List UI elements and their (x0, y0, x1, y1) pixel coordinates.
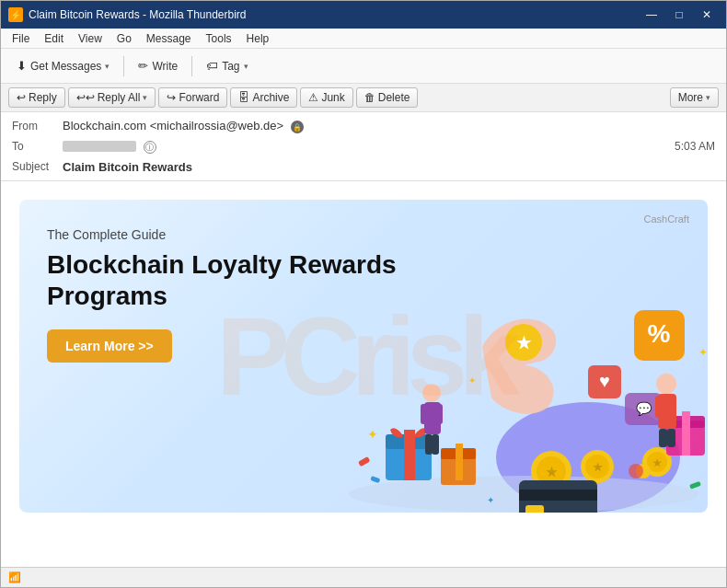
promo-title-line1: Blockchain Loyalty Rewards (47, 250, 397, 279)
to-value: ⓘ (63, 139, 675, 155)
close-button[interactable]: ✕ (695, 6, 719, 23)
promo-title: Blockchain Loyalty Rewards Programs (47, 249, 680, 311)
from-label: From (12, 120, 63, 133)
menu-message[interactable]: Message (139, 30, 199, 47)
action-bar: ↩ Reply ↩↩ Reply All ▾ ↪ Forward 🗄 Archi… (1, 84, 726, 112)
tag-button[interactable]: 🏷 Tag ▾ (198, 54, 256, 77)
menu-tools[interactable]: Tools (199, 30, 239, 47)
forward-button[interactable]: ↪ Forward (158, 87, 227, 108)
more-button[interactable]: More ▾ (670, 87, 719, 108)
to-row: To ⓘ 5:03 AM (12, 136, 715, 156)
status-bar: 📶 (1, 567, 726, 587)
reply-all-dropdown-arrow[interactable]: ▾ (143, 93, 147, 102)
promo-text-area: The Complete Guide Blockchain Loyalty Re… (47, 227, 680, 513)
write-icon: ✏ (138, 59, 148, 73)
tag-icon: 🏷 (206, 59, 218, 73)
email-body: PCrisk CashCraft The Complete Guide Bloc… (1, 181, 726, 567)
junk-icon: ⚠ (308, 91, 318, 104)
delete-button[interactable]: 🗑 Delete (356, 87, 419, 108)
get-messages-dropdown-arrow[interactable]: ▾ (105, 62, 110, 71)
junk-button[interactable]: ⚠ Junk (300, 87, 352, 108)
from-name: Blockchain.com (63, 119, 146, 133)
delete-icon: 🗑 (364, 91, 375, 104)
write-button[interactable]: ✏ Write (130, 54, 186, 77)
subject-label: Subject (12, 160, 63, 173)
window-controls: — □ ✕ (640, 6, 719, 23)
toolbar: ⬇ Get Messages ▾ ✏ Write 🏷 Tag ▾ (1, 49, 726, 84)
to-info-icon[interactable]: ⓘ (144, 141, 156, 154)
maximize-button[interactable]: □ (667, 6, 691, 23)
svg-rect-46 (689, 481, 701, 490)
app-window: ⚡ Claim Bitcoin Rewards - Mozilla Thunde… (0, 0, 727, 588)
window-title: Claim Bitcoin Rewards - Mozilla Thunderb… (29, 8, 640, 21)
status-signal-icon: 📶 (8, 571, 21, 583)
reply-all-icon: ↩↩ (76, 91, 95, 104)
email-content: PCrisk CashCraft The Complete Guide Bloc… (1, 181, 726, 531)
sender-security-icon: 🔒 (291, 121, 304, 133)
archive-button[interactable]: 🗄 Archive (230, 87, 297, 108)
menu-go[interactable]: Go (110, 30, 139, 47)
get-messages-icon: ⬇ (17, 59, 27, 73)
menu-file[interactable]: File (5, 30, 37, 47)
tag-dropdown-arrow[interactable]: ▾ (244, 62, 248, 71)
email-meta: From Blockchain.com <michailrossia@web.d… (1, 112, 726, 180)
forward-icon: ↪ (167, 91, 176, 104)
promo-banner: PCrisk CashCraft The Complete Guide Bloc… (19, 200, 708, 513)
toolbar-divider-2 (191, 56, 192, 76)
archive-icon: 🗄 (238, 91, 249, 104)
from-email: michailrossia@web.de (156, 119, 276, 133)
to-label: To (12, 140, 63, 153)
menu-help[interactable]: Help (239, 30, 277, 47)
cashcraft-logo: CashCraft (643, 213, 689, 225)
minimize-button[interactable]: — (640, 6, 664, 23)
reply-all-button[interactable]: ↩↩ Reply All ▾ (68, 87, 156, 108)
to-address-blurred (63, 141, 136, 152)
subject-row: Subject Claim Bitcoin Rewards (12, 156, 715, 177)
svg-text:✦: ✦ (698, 346, 708, 359)
svg-rect-27 (682, 411, 690, 455)
from-value: Blockchain.com <michailrossia@web.de> 🔒 (63, 119, 715, 134)
title-bar: ⚡ Claim Bitcoin Rewards - Mozilla Thunde… (1, 1, 726, 29)
menu-view[interactable]: View (71, 30, 110, 47)
app-icon: ⚡ (8, 7, 23, 22)
toolbar-divider (123, 56, 124, 76)
learn-more-button[interactable]: Learn More >> (47, 329, 172, 363)
get-messages-button[interactable]: ⬇ Get Messages ▾ (8, 54, 118, 77)
promo-subtitle: The Complete Guide (47, 227, 680, 242)
reply-icon: ↩ (17, 91, 26, 104)
subject-value: Claim Bitcoin Rewards (63, 160, 715, 174)
menu-edit[interactable]: Edit (37, 30, 71, 47)
email-time: 5:03 AM (675, 140, 715, 153)
more-dropdown-arrow[interactable]: ▾ (706, 93, 710, 102)
reply-button[interactable]: ↩ Reply (8, 87, 65, 108)
from-row: From Blockchain.com <michailrossia@web.d… (12, 116, 715, 136)
menu-bar: File Edit View Go Message Tools Help (1, 29, 726, 49)
email-header: ↩ Reply ↩↩ Reply All ▾ ↪ Forward 🗄 Archi… (1, 84, 726, 181)
promo-title-line2: Programs (47, 282, 167, 310)
